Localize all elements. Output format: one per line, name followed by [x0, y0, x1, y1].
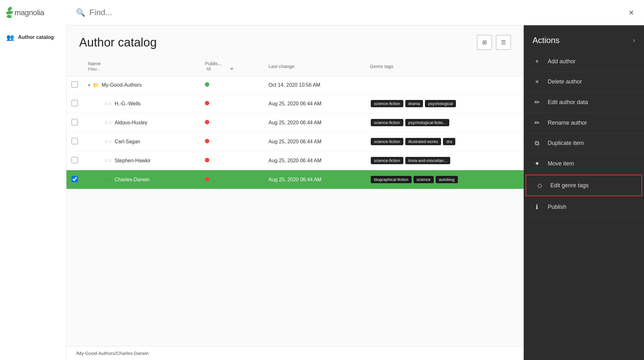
- row-name-cell: ⁙⁙Aldous-Huxley: [83, 113, 200, 132]
- genre-tag: science-fiction: [371, 138, 403, 145]
- content-area: Author catalog ⊞ ☰ Name: [66, 25, 524, 360]
- action-label-edit-author-data: Edit author data: [548, 99, 588, 106]
- row-last-change-cell: Aug 25, 2020 06:44 AM: [263, 170, 365, 189]
- sidebar: 👥 Author catalog: [0, 25, 66, 360]
- actions-title: Actions: [533, 35, 559, 45]
- author-icon: ⁙⁙: [104, 177, 112, 182]
- search-icon: 🔍: [76, 8, 85, 17]
- actions-list: + Add author × Delete author ✏ Edit auth…: [524, 52, 644, 217]
- genre-tag: dra: [443, 138, 455, 145]
- actions-panel: Actions › + Add author × Delete author ✏…: [524, 25, 644, 360]
- genre-tag: biographical-fiction: [371, 176, 411, 183]
- author-icon: ⁙⁙: [104, 158, 112, 163]
- actions-header: Actions ›: [524, 25, 644, 52]
- row-checkbox[interactable]: [72, 176, 78, 182]
- row-published-cell: [200, 151, 263, 170]
- author-icon: ⁙⁙: [104, 101, 112, 106]
- expand-icon[interactable]: ▾: [88, 83, 90, 88]
- row-checkbox[interactable]: [72, 81, 78, 88]
- action-item-edit-genre-tags[interactable]: ◇ Edit genre tags: [526, 175, 642, 196]
- row-name-cell: ⁙⁙Stephen-Hawkir: [83, 151, 200, 170]
- sidebar-item-author-catalog[interactable]: 👥 Author catalog: [0, 28, 66, 46]
- table-row: ⁙⁙Aldous-HuxleyAug 25, 2020 06:44 AMscie…: [66, 113, 524, 132]
- search-input[interactable]: [89, 8, 216, 17]
- row-name-cell: ⁙⁙Charles-Darwin: [83, 170, 200, 189]
- genre-tag: trivia-and-miscellan...: [405, 157, 451, 164]
- action-icon-duplicate-item: ⧉: [533, 140, 541, 147]
- row-checkbox[interactable]: [72, 157, 78, 163]
- table-container: Name Publis... All Published: [66, 56, 524, 346]
- search-area: 🔍: [66, 8, 622, 17]
- genre-tag: autobiog: [436, 176, 458, 183]
- col-select: [66, 56, 83, 76]
- status-dot: [205, 139, 209, 143]
- action-item-duplicate-item[interactable]: ⧉ Duplicate item: [524, 133, 644, 153]
- row-checkbox-cell: [66, 151, 83, 170]
- action-icon-rename-author: ✏: [533, 119, 541, 127]
- row-tags-cell: science-fictionillustrated-worksdra: [365, 132, 524, 151]
- action-label-rename-author: Rename author: [548, 120, 587, 126]
- row-tags-cell: science-fictiontrivia-and-miscellan...: [365, 151, 524, 170]
- genre-tag: science-fiction: [371, 100, 403, 107]
- row-published-cell: [200, 113, 263, 132]
- action-icon-edit-genre-tags: ◇: [535, 182, 544, 189]
- row-checkbox[interactable]: [72, 119, 78, 125]
- row-tags-cell: biographical-fictionscienceautobiog: [365, 170, 524, 189]
- row-tags-cell: science-fictiondramapsychological: [365, 94, 524, 113]
- action-label-move-item: Move item: [548, 160, 574, 167]
- action-item-rename-author[interactable]: ✏ Rename author: [524, 113, 644, 133]
- action-icon-delete-author: ×: [533, 78, 541, 85]
- table-header-row: Name Publis... All Published: [66, 56, 524, 76]
- genre-tag: drama: [405, 100, 423, 107]
- close-button[interactable]: ×: [622, 3, 641, 22]
- header-actions: ⊞ ☰: [477, 35, 511, 50]
- row-published-cell: [200, 76, 263, 94]
- row-name-cell: ▾📁My-Good-Authors: [83, 76, 200, 94]
- action-item-publish[interactable]: ℹ Publish: [524, 197, 644, 217]
- row-last-change-cell: Aug 25, 2020 06:44 AM: [263, 94, 365, 113]
- row-tags-cell: science-fictionpsychological-fictio...: [365, 113, 524, 132]
- table-row: ⁙⁙H.-G.-WellsAug 25, 2020 06:44 AMscienc…: [66, 94, 524, 113]
- page-title: Author catalog: [79, 36, 157, 49]
- action-item-move-item[interactable]: ✦ Move item: [524, 153, 644, 174]
- action-icon-publish: ℹ: [533, 203, 541, 211]
- action-item-delete-author[interactable]: × Delete author: [524, 72, 644, 92]
- action-label-delete-author: Delete author: [548, 78, 582, 85]
- logo-area: magnolia: [0, 0, 66, 25]
- row-checkbox[interactable]: [72, 138, 78, 144]
- row-checkbox[interactable]: [72, 100, 78, 106]
- row-published-cell: [200, 170, 263, 189]
- status-dot: [205, 177, 209, 181]
- action-item-add-author[interactable]: + Add author: [524, 52, 644, 72]
- table-row: ⁙⁙Carl-SaganAug 25, 2020 06:44 AMscience…: [66, 132, 524, 151]
- publish-filter-select[interactable]: All Published Unpublished: [205, 66, 234, 71]
- row-name: Stephen-Hawkir: [115, 158, 151, 164]
- table-row: ⁙⁙Stephen-HawkirAug 25, 2020 06:44 AMsci…: [66, 151, 524, 170]
- main-layout: 👥 Author catalog Author catalog ⊞ ☰ N: [0, 25, 644, 360]
- col-name: Name: [83, 56, 200, 76]
- layout-toggle-button[interactable]: ⊞: [477, 35, 492, 50]
- row-name: Aldous-Huxley: [115, 120, 147, 126]
- row-checkbox-cell: [66, 113, 83, 132]
- row-checkbox-cell: [66, 170, 83, 189]
- row-published-cell: [200, 94, 263, 113]
- menu-button[interactable]: ☰: [496, 35, 511, 50]
- row-last-change-cell: Aug 25, 2020 06:44 AM: [263, 113, 365, 132]
- path-status: /My-Good-Authors/Charles-Darwin: [76, 351, 149, 356]
- col-genre-tags: Genre tags: [365, 56, 524, 76]
- action-icon-add-author: +: [533, 58, 541, 65]
- action-label-edit-genre-tags: Edit genre tags: [550, 182, 589, 189]
- row-name-cell: ⁙⁙H.-G.-Wells: [83, 94, 200, 113]
- status-dot: [205, 82, 209, 87]
- folder-icon: 📁: [93, 82, 99, 88]
- row-checkbox-cell: [66, 76, 83, 94]
- author-icon: ⁙⁙: [104, 139, 112, 144]
- status-dot: [205, 101, 209, 105]
- action-label-duplicate-item: Duplicate item: [548, 140, 584, 146]
- genre-tag: psychological: [425, 100, 456, 107]
- actions-chevron-icon[interactable]: ›: [633, 36, 635, 45]
- name-filter-input[interactable]: [88, 67, 113, 71]
- genre-tag: illustrated-works: [405, 138, 441, 145]
- status-dot: [205, 158, 209, 162]
- action-item-edit-author-data[interactable]: ✏ Edit author data: [524, 92, 644, 113]
